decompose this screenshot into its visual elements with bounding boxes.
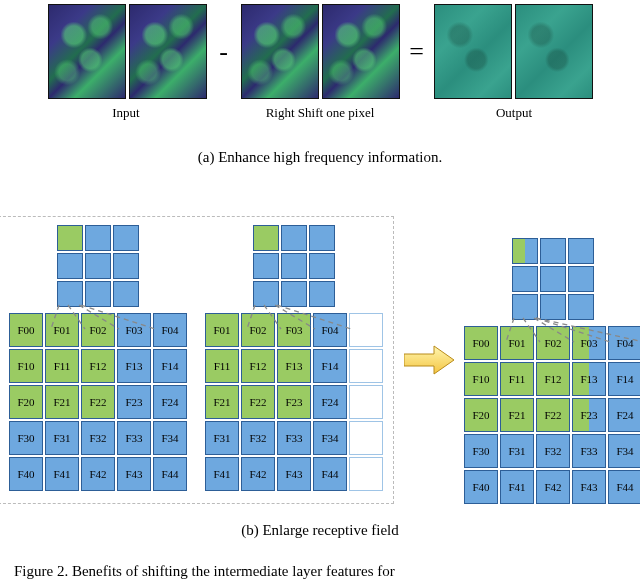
grid-cell: F43	[277, 457, 311, 491]
grid-cell: F13	[572, 362, 606, 396]
equals-operator: =	[406, 37, 428, 67]
grid-cell: F32	[536, 434, 570, 468]
grid-cell: F31	[205, 421, 239, 455]
grid-cell: F42	[241, 457, 275, 491]
figure-caption: Figure 2. Benefits of shifting the inter…	[14, 563, 626, 580]
output-thumb-2	[515, 4, 593, 99]
mini-grid-3	[512, 238, 594, 320]
mini-2-block	[253, 225, 335, 307]
shifted-thumb-set	[241, 4, 400, 99]
grid-cell	[349, 385, 383, 419]
grid-cell: F42	[536, 470, 570, 504]
grid-cell: F43	[117, 457, 151, 491]
grid-cell: F30	[464, 434, 498, 468]
grid-cell: F04	[608, 326, 640, 360]
grid-cell: F11	[205, 349, 239, 383]
shifted-thumb-1	[241, 4, 319, 99]
arrow-col	[404, 275, 454, 445]
grid-cell: F13	[277, 349, 311, 383]
svg-line-2	[79, 305, 119, 329]
feature-grid-2: F01F02F03F04F11F12F13F14F21F22F23F24F31F…	[205, 313, 383, 491]
input-thumb-2	[129, 4, 207, 99]
grid-cell: F33	[277, 421, 311, 455]
grid-cell	[349, 313, 383, 347]
svg-line-10	[523, 318, 540, 342]
svg-line-5	[264, 305, 281, 329]
grid-cell: F41	[45, 457, 79, 491]
input-thumb-1	[48, 4, 126, 99]
grid-cell: F41	[205, 457, 239, 491]
grid-cell	[349, 421, 383, 455]
grid-cell: F24	[313, 385, 347, 419]
grid-cell: F44	[608, 470, 640, 504]
grid-cell: F04	[153, 313, 187, 347]
conn-lines-1	[55, 305, 141, 331]
grid-cell: F20	[9, 385, 43, 419]
label-input: Input	[46, 105, 206, 121]
grid-cell: F11	[500, 362, 534, 396]
col-mid: F01F02F03F04F11F12F13F14F21F22F23F24F31F…	[205, 225, 383, 491]
grid-cell: F23	[572, 398, 606, 432]
grid-cell: F22	[536, 398, 570, 432]
grid-cell: F34	[608, 434, 640, 468]
grid-cell: F11	[45, 349, 79, 383]
feature-grid-1: F00F01F02F03F04F10F11F12F13F14F20F21F22F…	[9, 313, 187, 491]
grid-cell: F21	[205, 385, 239, 419]
grid-cell: F12	[241, 349, 275, 383]
output-thumb-1	[434, 4, 512, 99]
minus-operator: -	[213, 37, 235, 67]
grid-cell: F40	[464, 470, 498, 504]
grid-cell: F44	[313, 457, 347, 491]
mini-1-block	[57, 225, 139, 307]
grid-cell: F40	[9, 457, 43, 491]
grid-cell: F21	[500, 398, 534, 432]
grid-cell: F12	[81, 349, 115, 383]
grid-cell: F41	[500, 470, 534, 504]
grid-cell: F32	[81, 421, 115, 455]
grid-cell: F22	[241, 385, 275, 419]
feature-grid-3: F00F01F02F03F04F10F11F12F13F14F20F21F22F…	[464, 326, 640, 504]
grid-cell: F20	[464, 398, 498, 432]
grid-cell: F23	[117, 385, 151, 419]
panel-b: F00F01F02F03F04F10F11F12F13F14F20F21F22F…	[0, 166, 640, 539]
shifted-thumb-2	[322, 4, 400, 99]
arrow-icon	[404, 342, 454, 378]
grid-cell: F24	[153, 385, 187, 419]
svg-line-1	[68, 305, 85, 329]
output-thumb-set	[434, 4, 593, 99]
mini-3-block	[512, 238, 594, 320]
grid-cell: F22	[81, 385, 115, 419]
conn-lines-2	[251, 305, 337, 331]
grid-cell: F30	[9, 421, 43, 455]
grid-cell: F31	[45, 421, 79, 455]
grid-cell: F01	[205, 313, 239, 347]
grid-cell: F10	[464, 362, 498, 396]
grid-cell: F31	[500, 434, 534, 468]
grid-cell: F43	[572, 470, 606, 504]
mini-grid-1	[57, 225, 139, 307]
grid-cell: F14	[153, 349, 187, 383]
grid-cell: F23	[277, 385, 311, 419]
mini-grid-2	[253, 225, 335, 307]
label-output: Output	[434, 105, 594, 121]
grid-cell: F14	[608, 362, 640, 396]
grid-cell: F21	[45, 385, 79, 419]
grid-cell: F24	[608, 398, 640, 432]
svg-marker-8	[404, 346, 454, 374]
grid-cell: F33	[572, 434, 606, 468]
col-right: F00F01F02F03F04F10F11F12F13F14F20F21F22F…	[464, 238, 640, 504]
svg-line-6	[275, 305, 315, 329]
grid-cell: F42	[81, 457, 115, 491]
grid-cell	[349, 349, 383, 383]
caption-b: (b) Enlarge receptive field	[0, 522, 640, 539]
grid-cell: F00	[464, 326, 498, 360]
grid-cell: F44	[153, 457, 187, 491]
grid-cell	[349, 457, 383, 491]
panel-a-labels: Input Right Shift one pixel Output	[10, 105, 630, 121]
conn-lines-3	[510, 318, 596, 344]
panel-a: - = Input Right Shift one pixel Output	[0, 0, 640, 135]
label-shift: Right Shift one pixel	[240, 105, 400, 121]
input-thumb-set	[48, 4, 207, 99]
grid-cell: F34	[153, 421, 187, 455]
panel-b-row: F00F01F02F03F04F10F11F12F13F14F20F21F22F…	[0, 216, 640, 504]
